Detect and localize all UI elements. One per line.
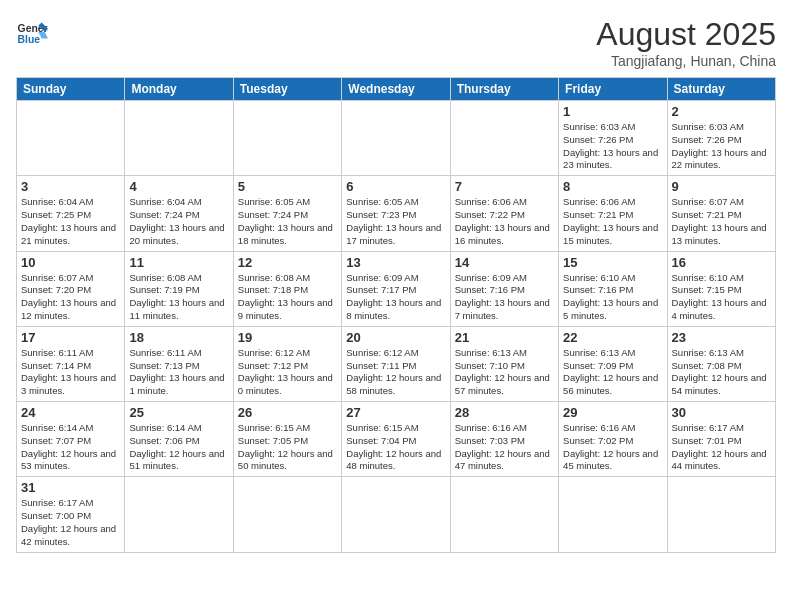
calendar-cell-1-0: 3Sunrise: 6:04 AM Sunset: 7:25 PM Daylig… — [17, 176, 125, 251]
title-block: August 2025 Tangjiafang, Hunan, China — [596, 16, 776, 69]
calendar-cell-3-6: 23Sunrise: 6:13 AM Sunset: 7:08 PM Dayli… — [667, 326, 775, 401]
calendar-week-row-2: 10Sunrise: 6:07 AM Sunset: 7:20 PM Dayli… — [17, 251, 776, 326]
calendar-cell-5-5 — [559, 477, 667, 552]
calendar-cell-4-3: 27Sunrise: 6:15 AM Sunset: 7:04 PM Dayli… — [342, 402, 450, 477]
day-info: Sunrise: 6:14 AM Sunset: 7:06 PM Dayligh… — [129, 422, 228, 473]
day-number: 21 — [455, 330, 554, 345]
day-number: 7 — [455, 179, 554, 194]
day-number: 15 — [563, 255, 662, 270]
day-info: Sunrise: 6:11 AM Sunset: 7:14 PM Dayligh… — [21, 347, 120, 398]
calendar-cell-2-1: 11Sunrise: 6:08 AM Sunset: 7:19 PM Dayli… — [125, 251, 233, 326]
calendar-week-row-3: 17Sunrise: 6:11 AM Sunset: 7:14 PM Dayli… — [17, 326, 776, 401]
day-info: Sunrise: 6:06 AM Sunset: 7:21 PM Dayligh… — [563, 196, 662, 247]
weekday-header-row: SundayMondayTuesdayWednesdayThursdayFrid… — [17, 78, 776, 101]
day-number: 26 — [238, 405, 337, 420]
day-number: 27 — [346, 405, 445, 420]
calendar-table: SundayMondayTuesdayWednesdayThursdayFrid… — [16, 77, 776, 553]
day-info: Sunrise: 6:16 AM Sunset: 7:03 PM Dayligh… — [455, 422, 554, 473]
day-number: 28 — [455, 405, 554, 420]
weekday-header-friday: Friday — [559, 78, 667, 101]
day-info: Sunrise: 6:08 AM Sunset: 7:18 PM Dayligh… — [238, 272, 337, 323]
day-info: Sunrise: 6:17 AM Sunset: 7:01 PM Dayligh… — [672, 422, 771, 473]
day-number: 17 — [21, 330, 120, 345]
day-number: 29 — [563, 405, 662, 420]
day-number: 13 — [346, 255, 445, 270]
day-number: 24 — [21, 405, 120, 420]
day-number: 16 — [672, 255, 771, 270]
day-number: 23 — [672, 330, 771, 345]
calendar-cell-3-5: 22Sunrise: 6:13 AM Sunset: 7:09 PM Dayli… — [559, 326, 667, 401]
day-info: Sunrise: 6:15 AM Sunset: 7:05 PM Dayligh… — [238, 422, 337, 473]
calendar-cell-3-4: 21Sunrise: 6:13 AM Sunset: 7:10 PM Dayli… — [450, 326, 558, 401]
day-number: 6 — [346, 179, 445, 194]
page: General Blue August 2025 Tangjiafang, Hu… — [0, 0, 792, 612]
day-info: Sunrise: 6:05 AM Sunset: 7:24 PM Dayligh… — [238, 196, 337, 247]
day-number: 5 — [238, 179, 337, 194]
logo-icon: General Blue — [16, 16, 48, 48]
day-info: Sunrise: 6:04 AM Sunset: 7:25 PM Dayligh… — [21, 196, 120, 247]
weekday-header-wednesday: Wednesday — [342, 78, 450, 101]
calendar-week-row-4: 24Sunrise: 6:14 AM Sunset: 7:07 PM Dayli… — [17, 402, 776, 477]
day-info: Sunrise: 6:08 AM Sunset: 7:19 PM Dayligh… — [129, 272, 228, 323]
calendar-week-row-5: 31Sunrise: 6:17 AM Sunset: 7:00 PM Dayli… — [17, 477, 776, 552]
calendar-cell-0-5: 1Sunrise: 6:03 AM Sunset: 7:26 PM Daylig… — [559, 101, 667, 176]
day-number: 19 — [238, 330, 337, 345]
calendar-cell-4-2: 26Sunrise: 6:15 AM Sunset: 7:05 PM Dayli… — [233, 402, 341, 477]
calendar-cell-2-3: 13Sunrise: 6:09 AM Sunset: 7:17 PM Dayli… — [342, 251, 450, 326]
weekday-header-sunday: Sunday — [17, 78, 125, 101]
day-number: 1 — [563, 104, 662, 119]
calendar-cell-4-0: 24Sunrise: 6:14 AM Sunset: 7:07 PM Dayli… — [17, 402, 125, 477]
calendar-cell-1-6: 9Sunrise: 6:07 AM Sunset: 7:21 PM Daylig… — [667, 176, 775, 251]
day-number: 12 — [238, 255, 337, 270]
day-number: 18 — [129, 330, 228, 345]
calendar-cell-2-2: 12Sunrise: 6:08 AM Sunset: 7:18 PM Dayli… — [233, 251, 341, 326]
calendar-cell-5-6 — [667, 477, 775, 552]
day-info: Sunrise: 6:15 AM Sunset: 7:04 PM Dayligh… — [346, 422, 445, 473]
calendar-week-row-1: 3Sunrise: 6:04 AM Sunset: 7:25 PM Daylig… — [17, 176, 776, 251]
day-info: Sunrise: 6:07 AM Sunset: 7:20 PM Dayligh… — [21, 272, 120, 323]
calendar-cell-3-0: 17Sunrise: 6:11 AM Sunset: 7:14 PM Dayli… — [17, 326, 125, 401]
day-number: 14 — [455, 255, 554, 270]
day-info: Sunrise: 6:04 AM Sunset: 7:24 PM Dayligh… — [129, 196, 228, 247]
calendar-cell-5-2 — [233, 477, 341, 552]
day-number: 22 — [563, 330, 662, 345]
day-number: 25 — [129, 405, 228, 420]
calendar-cell-4-4: 28Sunrise: 6:16 AM Sunset: 7:03 PM Dayli… — [450, 402, 558, 477]
calendar-cell-5-3 — [342, 477, 450, 552]
calendar-cell-1-3: 6Sunrise: 6:05 AM Sunset: 7:23 PM Daylig… — [342, 176, 450, 251]
calendar-cell-3-2: 19Sunrise: 6:12 AM Sunset: 7:12 PM Dayli… — [233, 326, 341, 401]
calendar-cell-1-4: 7Sunrise: 6:06 AM Sunset: 7:22 PM Daylig… — [450, 176, 558, 251]
calendar-cell-4-5: 29Sunrise: 6:16 AM Sunset: 7:02 PM Dayli… — [559, 402, 667, 477]
day-number: 9 — [672, 179, 771, 194]
calendar-cell-0-4 — [450, 101, 558, 176]
day-info: Sunrise: 6:14 AM Sunset: 7:07 PM Dayligh… — [21, 422, 120, 473]
calendar-cell-0-1 — [125, 101, 233, 176]
day-info: Sunrise: 6:12 AM Sunset: 7:11 PM Dayligh… — [346, 347, 445, 398]
calendar-cell-5-1 — [125, 477, 233, 552]
location-subtitle: Tangjiafang, Hunan, China — [596, 53, 776, 69]
calendar-cell-0-0 — [17, 101, 125, 176]
svg-text:Blue: Blue — [18, 34, 41, 45]
day-info: Sunrise: 6:13 AM Sunset: 7:10 PM Dayligh… — [455, 347, 554, 398]
day-number: 8 — [563, 179, 662, 194]
weekday-header-thursday: Thursday — [450, 78, 558, 101]
day-info: Sunrise: 6:13 AM Sunset: 7:09 PM Dayligh… — [563, 347, 662, 398]
day-number: 11 — [129, 255, 228, 270]
calendar-cell-0-2 — [233, 101, 341, 176]
day-number: 10 — [21, 255, 120, 270]
day-info: Sunrise: 6:10 AM Sunset: 7:16 PM Dayligh… — [563, 272, 662, 323]
day-info: Sunrise: 6:05 AM Sunset: 7:23 PM Dayligh… — [346, 196, 445, 247]
calendar-cell-3-1: 18Sunrise: 6:11 AM Sunset: 7:13 PM Dayli… — [125, 326, 233, 401]
day-info: Sunrise: 6:03 AM Sunset: 7:26 PM Dayligh… — [672, 121, 771, 172]
day-info: Sunrise: 6:10 AM Sunset: 7:15 PM Dayligh… — [672, 272, 771, 323]
day-number: 30 — [672, 405, 771, 420]
calendar-cell-1-1: 4Sunrise: 6:04 AM Sunset: 7:24 PM Daylig… — [125, 176, 233, 251]
day-info: Sunrise: 6:16 AM Sunset: 7:02 PM Dayligh… — [563, 422, 662, 473]
calendar-cell-1-2: 5Sunrise: 6:05 AM Sunset: 7:24 PM Daylig… — [233, 176, 341, 251]
logo: General Blue — [16, 16, 48, 48]
day-info: Sunrise: 6:07 AM Sunset: 7:21 PM Dayligh… — [672, 196, 771, 247]
calendar-cell-5-0: 31Sunrise: 6:17 AM Sunset: 7:00 PM Dayli… — [17, 477, 125, 552]
weekday-header-tuesday: Tuesday — [233, 78, 341, 101]
calendar-cell-2-5: 15Sunrise: 6:10 AM Sunset: 7:16 PM Dayli… — [559, 251, 667, 326]
calendar-cell-2-6: 16Sunrise: 6:10 AM Sunset: 7:15 PM Dayli… — [667, 251, 775, 326]
